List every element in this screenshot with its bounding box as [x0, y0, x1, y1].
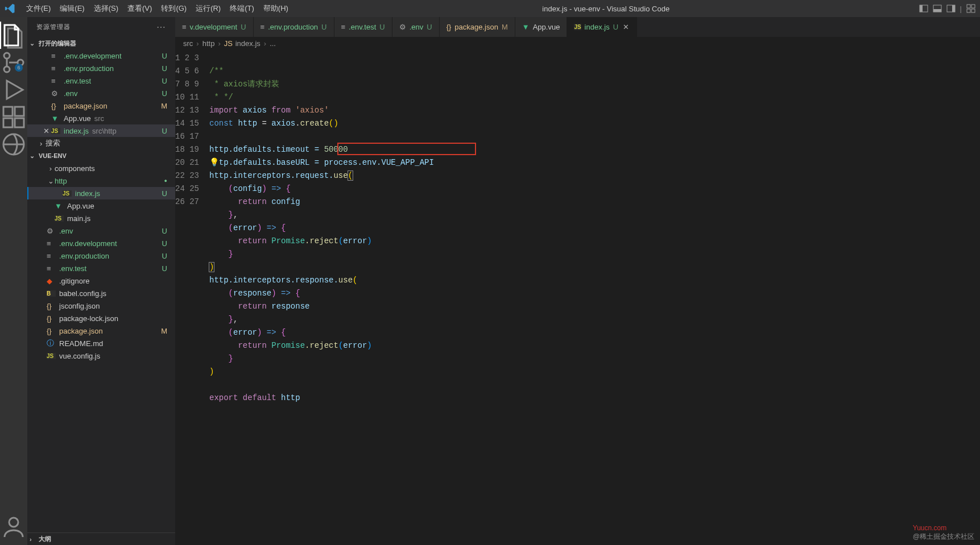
- file-name: .env: [59, 227, 73, 235]
- file-name: main.js: [67, 214, 90, 223]
- menu-item[interactable]: 帮助(H): [259, 1, 293, 16]
- chevron-right-icon: ›: [30, 536, 36, 543]
- account-icon[interactable]: [0, 513, 27, 540]
- tree-item[interactable]: {}package.jsonM: [27, 324, 175, 337]
- editor-tab[interactable]: ≡v.developmentU: [175, 17, 254, 37]
- tree-item[interactable]: ⓘREADME.md: [27, 337, 175, 350]
- editor-tab[interactable]: ≡.env.testU: [334, 17, 392, 37]
- json-file-icon: {}: [47, 314, 56, 323]
- menu-item[interactable]: 转到(G): [156, 1, 191, 16]
- layout-panel-bottom-icon[interactable]: [933, 4, 942, 13]
- js-file-icon: JS: [51, 128, 60, 134]
- git-status: U: [162, 252, 167, 260]
- chevron-right-icon: ›: [196, 39, 199, 48]
- line-gutter: 1 2 3 4 5 6 7 8 9 10 11 12 13 14 15 16 1…: [175, 49, 209, 545]
- menu-item[interactable]: 查看(V): [123, 1, 156, 16]
- remote-icon[interactable]: [0, 131, 27, 158]
- tree-item[interactable]: {}package-lock.json: [27, 312, 175, 324]
- breadcrumb-item[interactable]: src: [183, 39, 193, 48]
- breadcrumb-item[interactable]: ...: [270, 39, 276, 48]
- file-name: .env.production: [64, 64, 114, 73]
- tree-item[interactable]: ◆.gitignore: [27, 274, 175, 287]
- env-file-icon: ≡: [341, 23, 346, 31]
- svg-point-11: [4, 66, 10, 72]
- file-tree: ›components⌄http●JSindex.jsU▼App.vueJSma…: [27, 162, 175, 362]
- gear-file-icon: ⚙: [51, 89, 60, 98]
- close-icon[interactable]: ✕: [41, 127, 51, 135]
- open-editors-section[interactable]: ⌄ 打开的编辑器: [27, 37, 175, 49]
- project-section[interactable]: ⌄ VUE-ENV: [27, 149, 175, 162]
- tree-item[interactable]: ≡.env.productionU: [27, 249, 175, 262]
- env-file-icon: ≡: [260, 23, 265, 31]
- menu-item[interactable]: 运行(R): [191, 1, 225, 16]
- search-section[interactable]: › 搜索: [27, 137, 175, 149]
- outline-section[interactable]: › 大纲: [27, 532, 175, 545]
- tree-item[interactable]: ⌄http●: [27, 174, 175, 187]
- menu-item[interactable]: 选择(S): [89, 1, 123, 16]
- file-name: .env.test: [59, 264, 86, 273]
- editor-area: ≡v.developmentU≡.env.productionU≡.env.te…: [175, 17, 980, 545]
- layout-panel-right-icon[interactable]: [946, 4, 956, 13]
- svg-point-18: [9, 518, 18, 527]
- open-editor-item[interactable]: ✕▼App.vuesrc: [27, 112, 175, 124]
- svg-rect-7: [971, 5, 975, 8]
- open-editor-item[interactable]: ✕⚙.envU: [27, 87, 175, 99]
- lightbulb-icon[interactable]: 💡: [209, 156, 219, 169]
- json-file-icon: {}: [51, 102, 60, 110]
- tree-item[interactable]: ›components: [27, 162, 175, 174]
- explorer-icon[interactable]: [0, 22, 27, 49]
- gear-file-icon: ⚙: [399, 23, 406, 31]
- chevron-down-icon: ⌄: [30, 40, 36, 47]
- sidebar-header: 资源管理器 ⋯: [27, 17, 175, 37]
- tree-item[interactable]: ≡.env.developmentU: [27, 237, 175, 249]
- menu-item[interactable]: 编辑(E): [55, 1, 89, 16]
- tree-item[interactable]: ≡.env.testU: [27, 262, 175, 274]
- breadcrumb-item[interactable]: http: [202, 39, 215, 48]
- sidebar-more-icon[interactable]: ⋯: [156, 22, 166, 32]
- open-editor-item[interactable]: ✕JSindex.jssrc\httpU: [27, 124, 175, 137]
- js-file-icon: JS: [574, 24, 581, 30]
- tab-status: U: [321, 23, 326, 31]
- customize-layout-icon[interactable]: [966, 4, 975, 13]
- tree-item[interactable]: JSmain.js: [27, 212, 175, 224]
- tree-item[interactable]: JSindex.jsU: [27, 187, 175, 199]
- editor-tab[interactable]: JSindex.jsU✕: [567, 17, 637, 37]
- svg-rect-8: [967, 9, 970, 13]
- editor-tab[interactable]: ⚙.envU: [392, 17, 440, 37]
- menu-item[interactable]: 文件(E): [22, 1, 55, 16]
- extensions-icon[interactable]: [0, 103, 27, 131]
- menu-item[interactable]: 终端(T): [225, 1, 259, 16]
- svg-rect-5: [952, 5, 955, 12]
- layout-panel-left-icon[interactable]: [919, 4, 928, 13]
- svg-rect-15: [3, 118, 13, 127]
- tree-item[interactable]: Bbabel.config.js: [27, 287, 175, 299]
- window-title: index.js - vue-env - Visual Studio Code: [293, 5, 919, 13]
- git-status: M: [161, 327, 167, 335]
- vue-file-icon: ▼: [522, 23, 530, 31]
- editor-tab[interactable]: ≡.env.productionU: [254, 17, 334, 37]
- code-editor[interactable]: /** * axios请求封装 * */ import axios from '…: [209, 49, 980, 545]
- breadcrumb-item[interactable]: index.js: [235, 39, 260, 48]
- git-status: U: [162, 227, 167, 235]
- title-right-controls: |: [919, 4, 975, 13]
- file-name: .env.test: [64, 77, 91, 85]
- close-icon[interactable]: ✕: [622, 23, 630, 31]
- tree-item[interactable]: ▼App.vue: [27, 199, 175, 212]
- editor-tab[interactable]: ▼App.vue: [515, 17, 568, 37]
- editor-tab[interactable]: {}package.jsonM: [440, 17, 515, 37]
- tree-item[interactable]: {}jsconfig.json: [27, 299, 175, 312]
- open-editor-item[interactable]: ✕≡.env.developmentU: [27, 49, 175, 62]
- open-editor-item[interactable]: ✕{}package.jsonM: [27, 99, 175, 112]
- source-control-icon[interactable]: 6: [0, 49, 27, 76]
- open-editor-item[interactable]: ✕≡.env.testU: [27, 74, 175, 87]
- svg-rect-16: [15, 118, 24, 127]
- run-debug-icon[interactable]: [0, 76, 27, 103]
- tree-item[interactable]: ⚙.envU: [27, 224, 175, 237]
- file-name: App.vue: [67, 202, 94, 210]
- breadcrumb[interactable]: src › http › JS index.js › ...: [175, 37, 980, 49]
- chevron-icon: ⌄: [47, 177, 55, 185]
- tree-item[interactable]: JSvue.config.js: [27, 350, 175, 362]
- chevron-right-icon: ›: [40, 139, 42, 148]
- open-editor-item[interactable]: ✕≡.env.productionU: [27, 62, 175, 74]
- chevron-down-icon: ⌄: [30, 152, 36, 160]
